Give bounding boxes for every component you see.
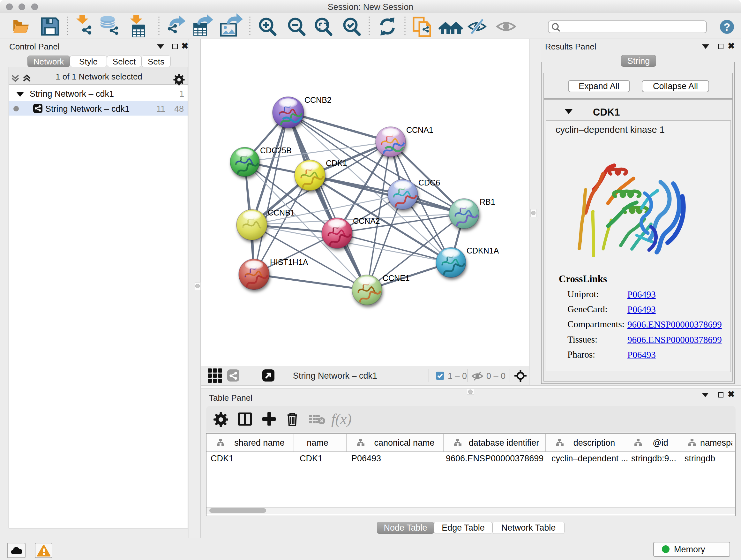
svg-text:CCNA2: CCNA2 xyxy=(353,216,380,226)
svg-text:CCNA1: CCNA1 xyxy=(406,125,433,134)
svg-text:CDK1: CDK1 xyxy=(326,159,347,168)
svg-text:CDC25B: CDC25B xyxy=(260,146,292,155)
svg-text:CDKN1A: CDKN1A xyxy=(467,246,499,255)
svg-text:CDC6: CDC6 xyxy=(418,178,440,187)
svg-text:RB1: RB1 xyxy=(480,197,495,206)
svg-text:CCNB1: CCNB1 xyxy=(268,208,295,217)
svg-text:HIST1H1A: HIST1H1A xyxy=(270,258,308,266)
svg-text:CCNB2: CCNB2 xyxy=(305,96,332,105)
svg-text:CCNE1: CCNE1 xyxy=(383,273,410,283)
